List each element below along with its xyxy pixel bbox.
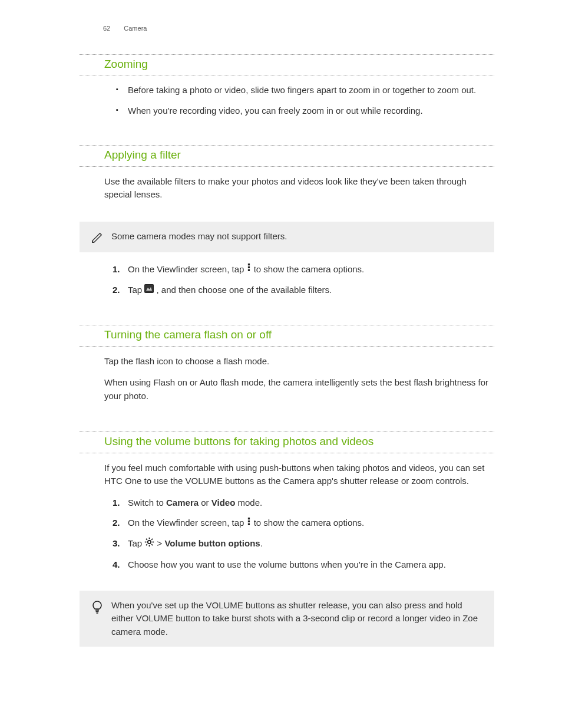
step-bold: Volume button options bbox=[164, 538, 260, 548]
svg-rect-3 bbox=[145, 284, 154, 292]
step-item: Choose how you want to use the volume bu… bbox=[128, 558, 494, 572]
tip-callout: When you've set up the VOLUME buttons as… bbox=[80, 591, 494, 647]
section-body-flash: Tap the flash icon to choose a flash mod… bbox=[80, 347, 494, 417]
paragraph: Use the available filters to make your p… bbox=[104, 175, 494, 202]
step-item: Tap > Volume button options. bbox=[128, 537, 494, 551]
step-bold: Camera bbox=[166, 498, 199, 508]
step-text: > bbox=[157, 538, 165, 548]
tip-text: When you've set up the VOLUME buttons as… bbox=[108, 599, 486, 639]
svg-line-12 bbox=[146, 539, 147, 540]
svg-rect-5 bbox=[247, 521, 249, 522]
paragraph: Tap the flash icon to choose a flash mod… bbox=[104, 355, 494, 368]
bullet-item: Before taking a photo or video, slide tw… bbox=[128, 84, 494, 97]
step-text: to show the camera options. bbox=[254, 264, 365, 274]
page-header: 62 Camera bbox=[80, 24, 494, 34]
section-heading-volume: Using the volume buttons for taking phot… bbox=[80, 432, 494, 453]
menu-dots-icon bbox=[247, 262, 252, 276]
step-item: On the Viewfinder screen, tap to show th… bbox=[128, 516, 494, 530]
step-text: On the Viewfinder screen, tap bbox=[128, 518, 247, 528]
svg-line-14 bbox=[146, 544, 147, 545]
svg-line-15 bbox=[152, 539, 153, 540]
page-number: 62 bbox=[103, 25, 110, 32]
svg-rect-2 bbox=[247, 269, 249, 271]
step-text: Tap bbox=[128, 285, 144, 295]
pencil-icon bbox=[87, 230, 108, 244]
step-text: . bbox=[260, 538, 263, 548]
filter-icon bbox=[144, 284, 154, 297]
step-text: On the Viewfinder screen, tap bbox=[128, 264, 247, 274]
step-bold: Video bbox=[211, 498, 236, 508]
section-steps-filter: On the Viewfinder screen, tap to show th… bbox=[80, 261, 494, 311]
note-callout: Some camera modes may not support filter… bbox=[80, 222, 494, 252]
step-item: Tap , and then choose one of the availab… bbox=[128, 284, 494, 297]
svg-line-13 bbox=[152, 544, 153, 545]
settings-gear-icon bbox=[144, 537, 154, 551]
section-body-zooming: Before taking a photo or video, slide tw… bbox=[80, 75, 494, 130]
lightbulb-icon bbox=[87, 599, 108, 614]
svg-rect-6 bbox=[247, 523, 249, 525]
svg-point-7 bbox=[148, 540, 151, 543]
note-text: Some camera modes may not support filter… bbox=[108, 230, 486, 243]
section-heading-zooming: Zooming bbox=[80, 55, 494, 76]
svg-rect-1 bbox=[247, 266, 249, 268]
svg-rect-0 bbox=[247, 263, 249, 265]
chapter-name: Camera bbox=[124, 25, 147, 32]
menu-dots-icon bbox=[247, 516, 252, 530]
section-heading-flash: Turning the camera flash on or off bbox=[80, 325, 494, 347]
step-text: , and then choose one of the available f… bbox=[157, 285, 332, 295]
step-text: Switch to bbox=[128, 498, 166, 508]
bullet-item: When you're recording video, you can fre… bbox=[128, 104, 494, 118]
step-text: mode. bbox=[235, 498, 262, 508]
section-body-filter: Use the available filters to make your p… bbox=[80, 167, 494, 216]
step-text: Tap bbox=[128, 538, 144, 548]
section-heading-filter: Applying a filter bbox=[80, 146, 494, 167]
paragraph: If you feel much comfortable with using … bbox=[104, 462, 494, 488]
step-text: or bbox=[199, 498, 211, 508]
svg-rect-4 bbox=[247, 518, 249, 519]
paragraph: When using Flash on or Auto flash mode, … bbox=[104, 376, 494, 403]
step-item: Switch to Camera or Video mode. bbox=[128, 496, 494, 510]
step-item: On the Viewfinder screen, tap to show th… bbox=[128, 263, 494, 276]
step-text: to show the camera options. bbox=[254, 518, 365, 528]
section-body-volume: If you feel much comfortable with using … bbox=[80, 453, 494, 585]
